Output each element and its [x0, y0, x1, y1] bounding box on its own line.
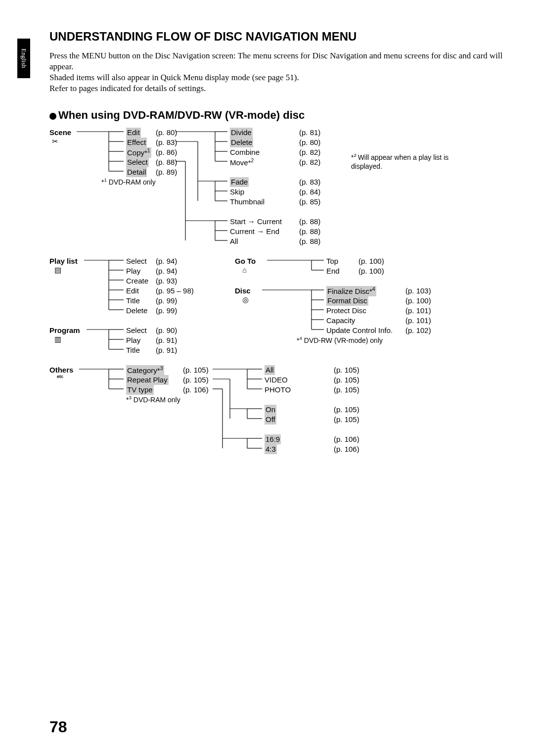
select-all-page: (p. 88) [299, 236, 320, 246]
page-content: UNDERSTANDING FLOW OF DISC NAVIGATION ME… [0, 0, 534, 484]
cat-all-label: All [265, 365, 275, 375]
pl-edit: Edit [126, 286, 139, 296]
scene-edit-label: Edit [126, 128, 141, 138]
disc-protect-pg: (p. 101) [405, 306, 431, 316]
scene-icon: ✂ [52, 137, 58, 146]
prog-select: Select [126, 326, 147, 335]
edit-move-label: Move*2 [230, 157, 254, 168]
prog-title: Title [126, 345, 140, 355]
select-start-page: (p. 88) [299, 217, 320, 227]
pl-title: Title [126, 296, 140, 306]
scene-select-label: Select [126, 157, 149, 167]
disc-format-pg: (p. 100) [405, 296, 431, 306]
scene-root: Scene [49, 128, 71, 138]
select-all-label: All [230, 236, 238, 246]
edit-move-page: (p. 82) [299, 157, 320, 167]
prog-play-pg: (p. 91) [156, 335, 177, 345]
effect-skip-page: (p. 84) [299, 187, 320, 197]
others-etc: etc [57, 374, 63, 380]
others-category-label: Category*3 [126, 365, 164, 376]
edit-delete: Delete [230, 138, 253, 147]
disc-capacity-label: Capacity [326, 316, 355, 326]
others-tvtype: TV type [126, 385, 154, 395]
effect-thumb-label: Thumbnail [230, 197, 265, 207]
others-tvtype-label: TV type [126, 385, 154, 395]
pl-create: Create [126, 276, 148, 286]
cat-all: All [265, 365, 275, 375]
bullet-icon [49, 113, 56, 120]
tv-43-label: 4:3 [265, 444, 277, 454]
edit-divide: Divide [230, 128, 253, 138]
goto-top: Top [326, 256, 338, 266]
others-footnote: *3 DVD-RAM only [126, 395, 180, 404]
select-current-label: Current → End [230, 227, 279, 236]
tv-169: 16:9 [265, 434, 281, 444]
cat-photo-pg: (p. 105) [334, 385, 359, 395]
page-title: UNDERSTANDING FLOW OF DISC NAVIGATION ME… [49, 30, 504, 44]
section-heading-text: When using DVD-RAM/DVD-RW (VR-mode) disc [58, 109, 305, 121]
pl-play-pg: (p. 94) [156, 266, 177, 276]
edit-divide-page: (p. 81) [299, 128, 320, 138]
edit-combine-page: (p. 82) [299, 147, 320, 157]
scene-effect: Effect [126, 138, 147, 147]
scene-select-page: (p. 88) [156, 157, 177, 167]
disc-format: Format Disc [326, 296, 368, 306]
disc-root: Disc [235, 286, 251, 296]
rep-on-label: On [265, 405, 276, 415]
scene-effect-label: Effect [126, 138, 147, 147]
scene-detail-page: (p. 89) [156, 167, 177, 177]
prog-play: Play [126, 335, 140, 345]
disc-finalize: Finalize Disc*4 [326, 286, 376, 296]
select-current-page: (p. 88) [299, 227, 320, 236]
disc-update-pg: (p. 102) [405, 326, 431, 335]
effect-skip-label: Skip [230, 187, 244, 197]
pl-select-pg: (p. 94) [156, 256, 177, 266]
goto-root: Go To [235, 256, 256, 266]
disc-footnote: *4 DVD-RW (VR-mode) only [297, 335, 383, 345]
intro-line-1: Press the MENU button on the Disc Naviga… [49, 50, 504, 72]
edit-combine-label: Combine [230, 147, 260, 157]
disc-protect-label: Protect Disc [326, 306, 366, 316]
tv-169-pg: (p. 106) [334, 434, 359, 444]
pl-title-pg: (p. 99) [156, 296, 177, 306]
effect-fade-label: Fade [230, 177, 249, 187]
pl-create-pg: (p. 93) [156, 276, 177, 286]
edit-delete-page: (p. 80) [299, 138, 320, 147]
disc-capacity-pg: (p. 101) [405, 316, 431, 326]
cat-video-pg: (p. 105) [334, 375, 359, 385]
tv-169-label: 16:9 [265, 434, 281, 444]
scene-detail: Detail [126, 167, 147, 177]
disc-format-label: Format Disc [326, 296, 368, 306]
others-tvtype-pg: (p. 106) [183, 385, 209, 395]
scene-copy-label: Copy*1 [126, 147, 151, 158]
rep-off-label: Off [265, 415, 276, 425]
disc-finalize-label: Finalize Disc*4 [326, 286, 376, 296]
scene-copy: Copy*1 [126, 147, 151, 158]
intro-line-3: Refer to pages indicated for details of … [49, 83, 504, 94]
disc-icon: ◎ [242, 295, 249, 305]
scene-effect-page: (p. 83) [156, 138, 177, 147]
pl-delete-pg: (p. 99) [156, 306, 177, 316]
disc-finalize-pg: (p. 103) [405, 286, 431, 296]
cat-photo-label: PHOTO [265, 385, 291, 395]
effect-fade-page: (p. 83) [299, 177, 320, 187]
effect-thumb-page: (p. 85) [299, 197, 320, 207]
pl-delete: Delete [126, 306, 147, 316]
playlist-root: Play list [49, 256, 78, 266]
scene-detail-label: Detail [126, 167, 147, 177]
cat-all-pg: (p. 105) [334, 365, 359, 375]
program-icon: ▥ [54, 334, 61, 344]
pl-edit-pg: (p. 95 – 98) [156, 286, 194, 296]
others-repeat-label: Repeat Play [126, 375, 169, 385]
scene-select: Select [126, 157, 149, 167]
goto-top-pg: (p. 100) [358, 256, 384, 266]
menu-flow-diagram: Scene ✂ Edit (p. 80) Effect (p. 83) Copy… [49, 128, 504, 464]
section-heading: When using DVD-RAM/DVD-RW (VR-mode) disc [49, 109, 504, 122]
rep-on: On [265, 405, 276, 415]
select-start-label: Start → Current [230, 217, 282, 227]
others-category-pg: (p. 105) [183, 365, 209, 375]
rep-off: Off [265, 415, 276, 425]
scene-edit: Edit [126, 128, 141, 138]
edit-delete-label: Delete [230, 138, 253, 147]
tv-43: 4:3 [265, 444, 277, 454]
